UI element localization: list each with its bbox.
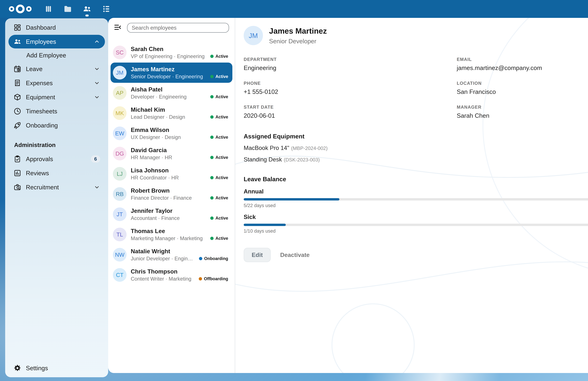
- sidebar-item-label: Recruitment: [26, 184, 59, 191]
- edit-button[interactable]: Edit: [244, 248, 271, 262]
- employee-name: Emma Wilson: [131, 126, 206, 134]
- status-dot: [210, 156, 213, 159]
- sidebar-item-timesheets[interactable]: Timesheets: [8, 105, 105, 118]
- employee-avatar: MK: [113, 106, 126, 120]
- deactivate-button[interactable]: Deactivate: [278, 248, 311, 262]
- field-label: START DATE: [244, 105, 457, 110]
- status-label: Active: [215, 236, 228, 241]
- sidebar-item-equipment[interactable]: Equipment: [8, 90, 105, 104]
- employee-detail-avatar: JM: [244, 26, 263, 45]
- employee-subtitle: HR Coordinator · HR: [131, 174, 206, 181]
- employee-row[interactable]: EWEmma WilsonUX Designer · DesignActive: [110, 123, 232, 144]
- sidebar-item-dashboard[interactable]: Dashboard: [8, 21, 105, 34]
- chart-icon: [13, 169, 22, 177]
- employee-list-toolbar: [108, 22, 235, 33]
- sidebar-item-approvals[interactable]: Approvals6: [8, 152, 105, 166]
- sidebar-item-employees[interactable]: Employees: [8, 35, 105, 48]
- employee-search-input[interactable]: [127, 23, 229, 33]
- status-badge: Active: [210, 115, 228, 120]
- sidebar-item-reviews[interactable]: Reviews: [8, 166, 105, 180]
- collapse-sidebar-icon[interactable]: [113, 23, 123, 32]
- dashboard-icon: [13, 23, 22, 32]
- employee-detail-content: JM James Martinez Senior Developer DEPAR…: [235, 26, 588, 262]
- status-dot: [210, 55, 213, 58]
- field-label: MANAGER: [457, 105, 588, 110]
- field-value: james.martinez@company.com: [457, 64, 588, 71]
- status-label: Active: [215, 54, 228, 59]
- employee-row[interactable]: MKMichael KimLead Designer · DesignActiv…: [110, 103, 232, 123]
- bars-app-icon[interactable]: [43, 0, 54, 18]
- status-label: Active: [215, 155, 228, 160]
- employee-avatar: CT: [113, 268, 126, 282]
- employee-name: Robert Brown: [131, 187, 206, 194]
- sidebar-item-leave[interactable]: Leave: [8, 62, 105, 76]
- detail-actions: Edit Deactivate: [244, 248, 588, 262]
- status-dot: [210, 115, 213, 119]
- employee-row[interactable]: RBRobert BrownFinance Director · Finance…: [110, 184, 232, 204]
- folder-app-icon[interactable]: [63, 0, 73, 18]
- sidebar-item-settings[interactable]: Settings: [8, 361, 105, 375]
- employee-name: Lisa Johnson: [131, 167, 206, 174]
- employee-subtitle: Senior Developer · Engineering: [131, 73, 206, 80]
- field-label: PHONE: [244, 81, 457, 86]
- status-label: Active: [215, 74, 228, 79]
- field-label: DEPARTMENT: [244, 57, 457, 62]
- sidebar-item-label: Leave: [26, 65, 42, 72]
- equipment-name: Standing Desk: [244, 156, 282, 163]
- employee-row[interactable]: CTChris ThompsonContent Writer · Marketi…: [110, 265, 232, 285]
- employee-subtitle: Lead Designer · Design: [131, 114, 206, 120]
- status-badge: Active: [210, 94, 228, 99]
- progress-fill: [244, 224, 286, 226]
- sidebar-item-add-employee[interactable]: Add Employee: [8, 49, 105, 62]
- employee-row[interactable]: APAisha PatelDeveloper · EngineeringActi…: [110, 83, 232, 103]
- leave-section-title: Leave Balance: [244, 176, 588, 183]
- equipment-item: Standing Desk(DSK-2023-003): [244, 156, 588, 163]
- list-app-icon[interactable]: [101, 0, 111, 18]
- detail-field: EMAILjames.martinez@company.com: [457, 57, 588, 71]
- employee-avatar: SC: [113, 46, 126, 59]
- clock-icon: [13, 107, 22, 115]
- employee-avatar: AP: [113, 86, 126, 100]
- leave-row: Annual17days remaining5/22 days used: [244, 188, 588, 208]
- sidebar-item-recruitment[interactable]: Recruitment: [8, 180, 105, 194]
- detail-field: DEPARTMENTEngineering: [244, 57, 457, 71]
- detail-field: MANAGERSarah Chen: [457, 105, 588, 119]
- employee-row[interactable]: SCSarah ChenVP of Engineering · Engineer…: [110, 42, 232, 63]
- sidebar-item-label: Employees: [26, 38, 56, 45]
- nextcloud-logo[interactable]: [7, 4, 33, 14]
- equipment-serial: (MBP-2024-002): [291, 146, 328, 151]
- leave-type: Annual: [244, 188, 264, 195]
- count-badge: 6: [91, 155, 100, 163]
- sidebar-item-label: Timesheets: [26, 108, 57, 115]
- employee-row[interactable]: JMJames MartinezSenior Developer · Engin…: [110, 63, 232, 83]
- employee-avatar: LJ: [113, 167, 126, 181]
- status-dot: [199, 257, 202, 260]
- calendar-icon: [13, 65, 22, 73]
- employee-subtitle: HR Manager · HR: [131, 154, 206, 161]
- status-label: Active: [215, 94, 228, 99]
- status-label: Active: [215, 195, 228, 200]
- employee-subtitle: Finance Director · Finance: [131, 194, 206, 201]
- employee-row[interactable]: TLThomas LeeMarketing Manager · Marketin…: [110, 224, 232, 245]
- employee-subtitle: VP of Engineering · Engineering: [131, 53, 206, 60]
- sidebar-item-onboarding[interactable]: Onboarding: [8, 119, 105, 132]
- employee-row[interactable]: LJLisa JohnsonHR Coordinator · HRActive: [110, 164, 232, 184]
- employee-row[interactable]: JTJennifer TaylorAccountant · FinanceAct…: [110, 204, 232, 224]
- sidebar-item-label: Equipment: [26, 94, 55, 101]
- sidebar-section-title: Administration: [14, 142, 105, 148]
- sidebar-item-expenses[interactable]: Expenses: [8, 76, 105, 90]
- employee-subtitle: Content Writer · Marketing: [131, 275, 194, 282]
- clipboard-icon: [13, 155, 22, 163]
- employee-detail-header: JM James Martinez Senior Developer: [244, 26, 588, 45]
- employee-subtitle: Accountant · Finance: [131, 215, 206, 221]
- chevron-down-icon: [94, 94, 100, 100]
- people-app-icon[interactable]: [82, 0, 92, 18]
- employee-row[interactable]: DGDavid GarciaHR Manager · HRActive: [110, 144, 232, 164]
- chevron-down-icon: [94, 80, 100, 86]
- employee-avatar: JM: [113, 66, 126, 80]
- status-badge: Active: [210, 236, 228, 241]
- content-card: SCSarah ChenVP of Engineering · Engineer…: [108, 18, 588, 373]
- detail-field: LOCATIONSan Francisco: [457, 81, 588, 95]
- status-label: Active: [215, 175, 228, 180]
- employee-row[interactable]: NWNatalie WrightJunior Developer · Engin…: [110, 245, 232, 265]
